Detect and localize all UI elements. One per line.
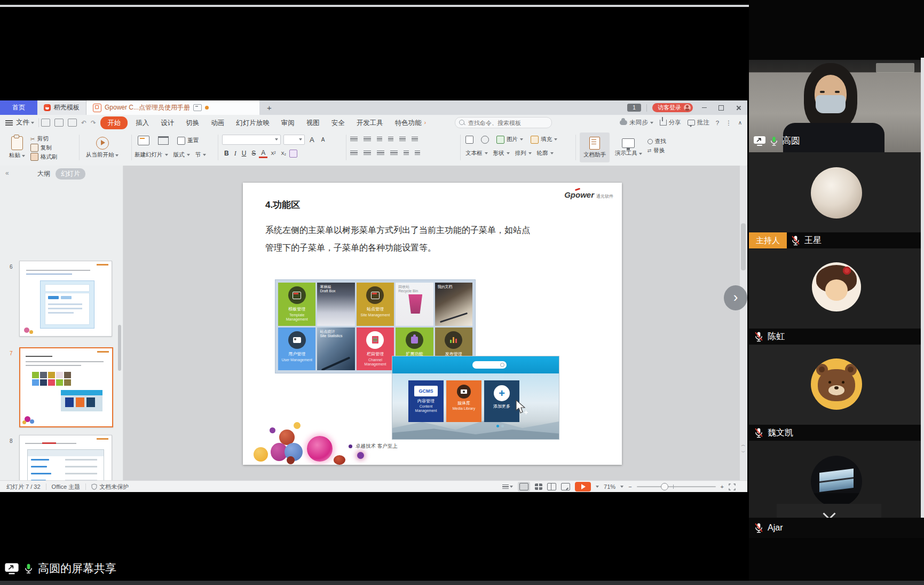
close-button[interactable] xyxy=(732,103,744,113)
numbered-list-icon[interactable] xyxy=(364,137,371,142)
menu-overflow-icon[interactable]: › xyxy=(424,120,426,126)
slide-thumbnail-6[interactable] xyxy=(19,261,112,337)
grow-font-button[interactable]: A xyxy=(307,136,317,144)
superscript-button[interactable]: X² xyxy=(268,151,278,156)
arrange-button[interactable]: 排列 xyxy=(515,149,532,158)
find-button[interactable]: 查找 xyxy=(647,137,666,146)
tab-docer-templates[interactable]: 稻壳模板 xyxy=(37,100,86,115)
participant-video-gaoyuan[interactable]: 高圆 xyxy=(749,60,924,152)
notes-button[interactable] xyxy=(502,485,513,489)
layout-button[interactable]: 版式 xyxy=(173,151,190,160)
align-left-icon[interactable] xyxy=(350,151,358,156)
align-center-icon[interactable] xyxy=(364,151,371,156)
participant-chenhong[interactable]: 陈虹 xyxy=(749,248,924,345)
doc-assistant-button[interactable]: 文档助手 xyxy=(580,132,610,162)
picture-button[interactable]: 图片 xyxy=(496,135,523,144)
quick-print-icon[interactable] xyxy=(54,119,64,127)
shrink-font-button[interactable]: A xyxy=(319,137,327,143)
indent-decrease-icon[interactable] xyxy=(377,137,382,142)
menu-devtools[interactable]: 开发工具 xyxy=(351,118,389,128)
shape-button[interactable]: 形状 xyxy=(493,149,510,158)
help-button[interactable]: ? xyxy=(716,120,719,126)
play-from-current-button[interactable]: 从当前开始 xyxy=(82,132,122,162)
reset-button[interactable]: 重置 xyxy=(177,136,199,145)
menu-special-features[interactable]: 特色功能 xyxy=(389,118,428,128)
prev-slide-icon[interactable]: ︿ xyxy=(741,442,746,447)
new-tab-button[interactable]: + xyxy=(259,100,279,115)
highlight-icon[interactable] xyxy=(289,150,297,158)
zoom-slider[interactable] xyxy=(637,486,716,487)
copy-button[interactable]: 复制 xyxy=(30,143,58,152)
menu-start[interactable]: 开始 xyxy=(100,116,128,129)
align-right-icon[interactable] xyxy=(377,151,384,156)
fill-button[interactable]: 填充 xyxy=(531,135,557,144)
outline-button[interactable]: 轮廓 xyxy=(537,149,554,158)
menu-view[interactable]: 视图 xyxy=(301,118,326,128)
subscript-button[interactable]: X₂ xyxy=(279,151,288,156)
maximize-button[interactable] xyxy=(715,103,727,113)
file-menu[interactable]: 文件 xyxy=(16,118,39,127)
quick-save-icon[interactable] xyxy=(41,119,50,127)
tab-home[interactable]: 首页 xyxy=(0,100,37,115)
font-size-select[interactable] xyxy=(283,135,305,145)
slideshow-view-button[interactable] xyxy=(561,483,570,490)
panel-scrollbar[interactable] xyxy=(921,58,924,538)
menu-transitions[interactable]: 切换 xyxy=(180,118,205,128)
protection-status[interactable]: 文档未保护 xyxy=(91,483,129,491)
menu-slideshow[interactable]: 幻灯片放映 xyxy=(230,118,275,128)
normal-view-button[interactable] xyxy=(518,482,530,492)
participant-ajar[interactable]: Ajar xyxy=(749,441,924,538)
collapse-ribbon-icon[interactable] xyxy=(738,120,742,126)
line-spacing-icon[interactable] xyxy=(399,137,406,142)
text-direction-icon[interactable] xyxy=(415,151,420,156)
play-slideshow-button[interactable] xyxy=(575,482,591,492)
guest-login-button[interactable]: 访客登录 xyxy=(652,103,693,112)
participant-weiwenkai[interactable]: 魏文凯 xyxy=(749,345,924,441)
command-search-input[interactable] xyxy=(455,117,552,128)
cut-button[interactable]: ✂剪切 xyxy=(30,134,58,143)
theme-label[interactable]: Office 主题 xyxy=(52,483,81,491)
slide-thumbnail-7-selected[interactable] xyxy=(19,347,113,427)
chevron-down-icon[interactable] xyxy=(596,486,599,488)
menu-review[interactable]: 审阅 xyxy=(275,118,301,128)
minimize-button[interactable] xyxy=(698,103,710,113)
section-button[interactable]: 节 xyxy=(195,151,207,160)
canvas-scrollbar[interactable]: ︿ ﹀ xyxy=(740,166,747,480)
redo-button[interactable]: ↷ xyxy=(91,119,96,127)
hamburger-icon[interactable] xyxy=(5,120,13,126)
zoom-slider-thumb[interactable] xyxy=(661,483,668,490)
user-count-badge[interactable]: 1 xyxy=(627,104,641,112)
chevron-down-icon[interactable] xyxy=(620,486,623,488)
textbox-button[interactable]: 文本框 xyxy=(465,149,488,158)
menu-animation[interactable]: 动画 xyxy=(205,118,230,128)
scrollbar-thumb[interactable] xyxy=(741,223,746,270)
menu-security[interactable]: 安全 xyxy=(326,118,351,128)
participant-wangxing[interactable]: 主持人 王星 xyxy=(749,152,924,248)
present-tools-button[interactable]: 演示工具 xyxy=(611,132,646,162)
quick-preview-icon[interactable] xyxy=(68,119,77,127)
zoom-in-button[interactable]: + xyxy=(721,483,724,490)
tab-slides[interactable]: 幻灯片 xyxy=(56,168,85,180)
menu-insert[interactable]: 插入 xyxy=(130,118,155,128)
fullscreen-icon[interactable] xyxy=(729,483,736,490)
distribute-icon[interactable] xyxy=(404,151,409,156)
next-page-float-button[interactable]: › xyxy=(724,285,747,310)
bullet-list-icon[interactable] xyxy=(350,137,358,142)
zoom-out-button[interactable]: − xyxy=(628,483,631,490)
more-menu-icon[interactable] xyxy=(725,119,732,127)
layout-icon[interactable] xyxy=(158,136,169,145)
paste-button[interactable]: 粘贴 xyxy=(5,132,29,162)
tab-document[interactable]: Gpower C...点管理员使用手册 xyxy=(86,100,259,115)
reading-view-button[interactable] xyxy=(547,483,556,490)
format-painter-button[interactable]: 格式刷 xyxy=(30,152,58,161)
bold-button[interactable]: B xyxy=(222,150,231,157)
undo-button[interactable]: ↶ xyxy=(81,119,86,127)
sidebar-scrollbar[interactable] xyxy=(118,325,121,371)
replace-button[interactable]: ⇄替换 xyxy=(647,146,666,155)
columns-icon[interactable] xyxy=(412,137,418,142)
menu-design[interactable]: 设计 xyxy=(155,118,180,128)
zoom-level[interactable]: 71% xyxy=(604,483,615,490)
underline-button[interactable]: U xyxy=(240,150,249,157)
font-color-button[interactable]: A xyxy=(259,149,267,158)
indent-increase-icon[interactable] xyxy=(388,137,393,142)
